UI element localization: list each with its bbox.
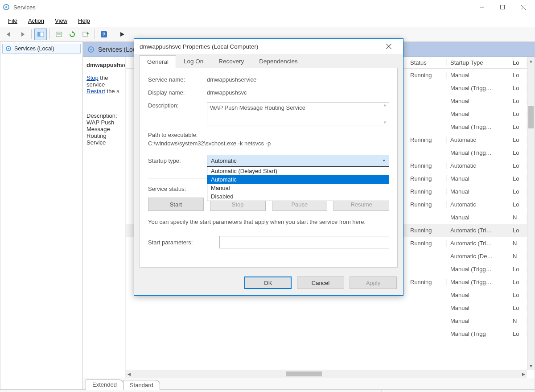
- tree-node-services-local[interactable]: Services (Local): [2, 44, 81, 54]
- start-button[interactable]: Start: [148, 198, 204, 211]
- forward-icon[interactable]: [16, 29, 29, 40]
- service-properties-dialog: dmwappushsvc Properties (Local Computer)…: [134, 38, 403, 296]
- close-window-button[interactable]: [513, 0, 533, 14]
- scroll-up-icon[interactable]: ▲: [527, 57, 535, 65]
- export-list-icon[interactable]: [79, 29, 92, 40]
- show-hide-tree-icon[interactable]: [34, 29, 47, 40]
- cell-startup: Manual (Trigg…: [447, 124, 509, 130]
- menu-file[interactable]: File: [4, 16, 22, 26]
- cell-startup: Manual: [447, 175, 509, 182]
- cell-startup: Manual: [447, 111, 509, 117]
- tab-dependencies[interactable]: Dependencies: [251, 55, 305, 68]
- table-row[interactable]: Manual (TriggLo: [126, 327, 527, 340]
- help-icon[interactable]: ?: [98, 29, 110, 40]
- display-name-label: Display name:: [148, 89, 207, 96]
- cell-startup: Manual (Trigg: [447, 330, 509, 337]
- cell-logon: Lo: [509, 175, 527, 182]
- col-status[interactable]: Status: [407, 59, 447, 66]
- tab-extended[interactable]: Extended: [86, 380, 123, 390]
- cell-startup: Manual (Trigg…: [447, 85, 509, 91]
- stop-service-link[interactable]: Stop: [86, 74, 99, 81]
- cell-status: Running: [407, 227, 447, 234]
- ok-button[interactable]: OK: [244, 276, 292, 289]
- cell-startup: Automatic (Tri…: [447, 227, 509, 234]
- cell-startup: Manual (Trigg…: [447, 149, 509, 156]
- startup-option-automatic[interactable]: Automatic: [207, 175, 389, 184]
- display-name-value: dmwappushsvc: [207, 89, 389, 96]
- service-name-label: Service name:: [148, 76, 207, 83]
- cell-startup: Manual: [447, 72, 509, 78]
- cell-status: Running: [407, 240, 447, 247]
- cell-startup: Manual: [447, 214, 509, 221]
- cell-startup: Automatic (De…: [447, 253, 509, 260]
- chevron-down-icon: ▾: [383, 158, 385, 163]
- cell-startup: Automatic: [447, 136, 509, 143]
- startup-option-delayed[interactable]: Automatic (Delayed Start): [207, 167, 389, 175]
- svg-rect-7: [40, 32, 44, 37]
- tab-log-on[interactable]: Log On: [176, 55, 211, 68]
- scroll-left-icon[interactable]: ◀: [128, 372, 131, 376]
- svg-point-17: [90, 49, 92, 50]
- service-status-label: Service status:: [148, 186, 207, 192]
- cell-startup: Manual: [447, 292, 509, 298]
- table-row[interactable]: ManualLo: [126, 301, 527, 314]
- cell-status: Running: [407, 279, 447, 285]
- cell-startup: Manual: [447, 305, 509, 311]
- scroll-down-icon[interactable]: ▼: [527, 362, 535, 370]
- cell-logon: Lo: [509, 111, 527, 117]
- desc-scroll-up-icon[interactable]: ∧: [381, 103, 388, 107]
- refresh-icon[interactable]: [66, 29, 78, 40]
- back-icon[interactable]: [3, 29, 15, 40]
- tab-general[interactable]: General: [140, 55, 176, 68]
- properties-icon[interactable]: [53, 29, 65, 40]
- apply-button[interactable]: Apply: [350, 276, 397, 289]
- cell-logon: Lo: [509, 279, 527, 285]
- col-startup[interactable]: Startup Type: [447, 59, 509, 66]
- desc-scroll-down-icon[interactable]: ∨: [381, 120, 388, 124]
- vertical-scrollbar[interactable]: ▲ ▼: [527, 57, 535, 370]
- hscroll-thumb[interactable]: [286, 371, 322, 376]
- start-service-icon[interactable]: [116, 29, 128, 40]
- description-text: WAP Push Message Routing Service: [86, 119, 122, 146]
- menu-view[interactable]: View: [50, 16, 72, 26]
- cell-startup: Manual: [447, 98, 509, 104]
- service-detail-pane: dmwappushsvc Stop the service Restart th…: [83, 57, 125, 378]
- scroll-thumb[interactable]: [528, 106, 534, 128]
- cell-status: Running: [407, 201, 447, 208]
- cell-logon: Lo: [509, 162, 527, 169]
- cell-startup: Manual: [447, 318, 509, 324]
- close-icon[interactable]: [380, 40, 398, 53]
- cell-startup: Automatic: [447, 201, 509, 208]
- restart-service-link[interactable]: Restart: [86, 88, 105, 95]
- startup-type-select[interactable]: Automatic ▾ Automatic (Delayed Start) Au…: [207, 155, 389, 166]
- startup-option-disabled[interactable]: Disabled: [207, 192, 389, 201]
- description-label: Description:: [86, 112, 122, 119]
- horizontal-scrollbar[interactable]: ◀ ▶: [126, 370, 527, 378]
- dialog-footer: OK Cancel Apply: [134, 273, 403, 295]
- col-logon[interactable]: Lo: [509, 59, 527, 66]
- maximize-button[interactable]: [492, 0, 513, 14]
- cell-logon: N: [509, 214, 527, 221]
- description-textbox[interactable]: WAP Push Message Routing Service ∧∨: [207, 102, 389, 125]
- startup-type-label: Startup type:: [148, 157, 207, 164]
- cell-logon: Lo: [509, 201, 527, 208]
- tab-standard[interactable]: Standard: [123, 380, 160, 390]
- cancel-button[interactable]: Cancel: [297, 276, 344, 289]
- cell-logon: Lo: [509, 136, 527, 143]
- table-row[interactable]: ManualN: [126, 314, 527, 327]
- menu-help[interactable]: Help: [74, 16, 95, 26]
- cell-logon: Lo: [509, 149, 527, 156]
- start-parameters-input[interactable]: [219, 236, 389, 248]
- scroll-right-icon[interactable]: ▶: [522, 372, 525, 376]
- svg-rect-3: [501, 5, 505, 9]
- startup-option-manual[interactable]: Manual: [207, 184, 389, 192]
- svg-point-15: [8, 48, 9, 50]
- tab-recovery[interactable]: Recovery: [211, 55, 251, 68]
- start-parameters-label: Start parameters:: [148, 239, 207, 246]
- cell-logon: Lo: [509, 330, 527, 337]
- cell-status: Running: [407, 136, 447, 143]
- minimize-button[interactable]: [472, 0, 492, 14]
- cell-logon: N: [509, 318, 527, 324]
- svg-text:?: ?: [103, 32, 106, 37]
- menu-action[interactable]: Action: [24, 16, 49, 26]
